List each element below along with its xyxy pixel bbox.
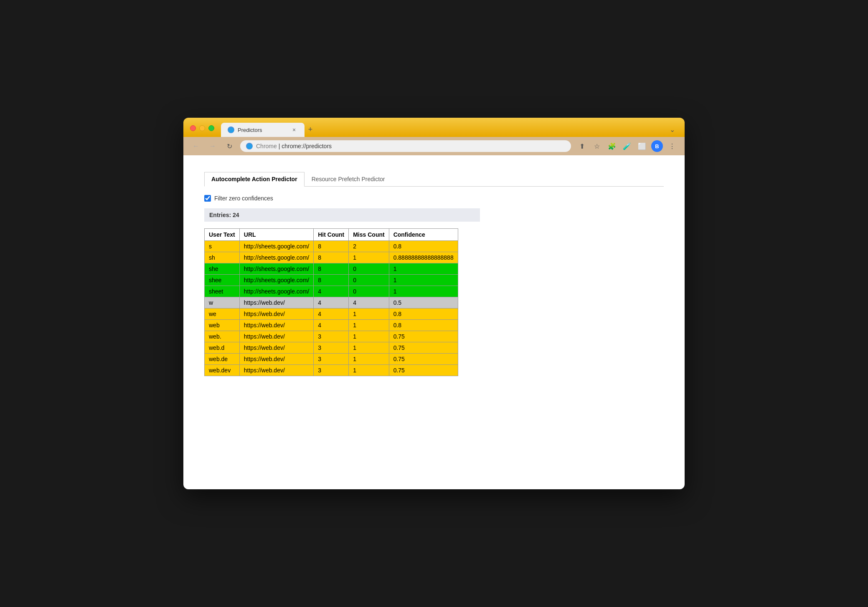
cell-user-text: web (205, 320, 240, 331)
cell-confidence: 1 (389, 275, 458, 286)
tab-favicon-icon: 🌐 (228, 126, 234, 133)
cell-user-text: web. (205, 331, 240, 342)
table-row: wehttps://web.dev/410.8 (205, 309, 458, 320)
table-row: web.dhttps://web.dev/310.75 (205, 342, 458, 354)
back-button[interactable]: ← (190, 140, 202, 152)
table-row: whttps://web.dev/440.5 (205, 297, 458, 309)
traffic-lights (190, 125, 214, 137)
cell-miss-count: 0 (349, 263, 389, 275)
address-input[interactable]: 🌐 Chrome | chrome://predictors (240, 140, 571, 152)
tab-title: Predictors (238, 127, 287, 133)
cell-miss-count: 1 (349, 309, 389, 320)
cell-confidence: 0.75 (389, 342, 458, 354)
extensions-icon[interactable]: 🧩 (606, 140, 618, 152)
maximize-button[interactable] (208, 125, 214, 131)
cell-confidence: 1 (389, 286, 458, 297)
cell-url: https://web.dev/ (239, 331, 313, 342)
browser-window: 🌐 Predictors × + ⌄ ← → ↻ 🌐 Chrome | chro… (183, 118, 685, 489)
tab-close-button[interactable]: × (290, 126, 298, 134)
table-row: shttp://sheets.google.com/820.8 (205, 241, 458, 252)
filter-zero-confidences-checkbox[interactable] (204, 195, 211, 202)
cell-hit-count: 4 (314, 309, 349, 320)
bookmark-icon[interactable]: ☆ (591, 140, 603, 152)
cell-confidence: 0.75 (389, 354, 458, 365)
entries-bar: Entries: 24 (204, 208, 480, 222)
col-header-user-text: User Text (205, 229, 240, 241)
cell-user-text: web.d (205, 342, 240, 354)
cell-url: http://sheets.google.com/ (239, 263, 313, 275)
cell-miss-count: 0 (349, 275, 389, 286)
address-brand-text: Chrome | chrome://predictors (256, 143, 332, 149)
reload-button[interactable]: ↻ (223, 140, 235, 152)
cell-hit-count: 8 (314, 275, 349, 286)
cell-hit-count: 4 (314, 297, 349, 309)
cell-user-text: web.dev (205, 365, 240, 376)
cell-confidence: 1 (389, 263, 458, 275)
tab-autocomplete[interactable]: Autocomplete Action Predictor (204, 172, 305, 187)
cell-user-text: s (205, 241, 240, 252)
address-favicon-icon: 🌐 (246, 143, 253, 149)
cell-user-text: web.de (205, 354, 240, 365)
cell-miss-count: 4 (349, 297, 389, 309)
cell-url: https://web.dev/ (239, 297, 313, 309)
new-tab-button[interactable]: + (305, 124, 316, 135)
filter-label[interactable]: Filter zero confidences (214, 195, 273, 202)
cell-url: https://web.dev/ (239, 320, 313, 331)
cell-miss-count: 1 (349, 342, 389, 354)
cell-url: https://web.dev/ (239, 365, 313, 376)
share-icon[interactable]: ⬆ (576, 140, 588, 152)
browser-tab[interactable]: 🌐 Predictors × (221, 123, 305, 137)
split-view-icon[interactable]: ⬜ (636, 140, 648, 152)
minimize-button[interactable] (199, 125, 205, 131)
cell-hit-count: 8 (314, 241, 349, 252)
toolbar-icons: ⬆ ☆ 🧩 🧪 ⬜ B ⋮ (576, 140, 678, 152)
cell-url: http://sheets.google.com/ (239, 286, 313, 297)
cell-hit-count: 8 (314, 252, 349, 263)
labs-icon[interactable]: 🧪 (621, 140, 633, 152)
filter-row: Filter zero confidences (204, 195, 664, 202)
cell-confidence: 0.75 (389, 365, 458, 376)
predictor-tabs: Autocomplete Action Predictor Resource P… (204, 172, 664, 187)
cell-hit-count: 3 (314, 354, 349, 365)
cell-url: http://sheets.google.com/ (239, 275, 313, 286)
cell-confidence: 0.8 (389, 241, 458, 252)
tab-resource-prefetch[interactable]: Resource Prefetch Predictor (305, 172, 392, 186)
close-button[interactable] (190, 125, 196, 131)
cell-hit-count: 8 (314, 263, 349, 275)
table-row: web.devhttps://web.dev/310.75 (205, 365, 458, 376)
tabs-row: 🌐 Predictors × + ⌄ (218, 123, 678, 137)
cell-url: https://web.dev/ (239, 342, 313, 354)
cell-hit-count: 3 (314, 331, 349, 342)
table-row: sheethttp://sheets.google.com/401 (205, 286, 458, 297)
cell-user-text: sheet (205, 286, 240, 297)
cell-miss-count: 2 (349, 241, 389, 252)
entries-count: Entries: 24 (209, 212, 239, 218)
table-row: sheehttp://sheets.google.com/801 (205, 275, 458, 286)
cell-url: https://web.dev/ (239, 309, 313, 320)
cell-confidence: 0.75 (389, 331, 458, 342)
col-header-confidence: Confidence (389, 229, 458, 241)
table-row: shehttp://sheets.google.com/801 (205, 263, 458, 275)
cell-user-text: w (205, 297, 240, 309)
cell-user-text: sh (205, 252, 240, 263)
cell-miss-count: 1 (349, 354, 389, 365)
cell-hit-count: 3 (314, 342, 349, 354)
cell-miss-count: 1 (349, 252, 389, 263)
menu-icon[interactable]: ⋮ (666, 140, 678, 152)
col-header-hit-count: Hit Count (314, 229, 349, 241)
cell-hit-count: 4 (314, 286, 349, 297)
table-header: User Text URL Hit Count Miss Count Confi… (205, 229, 458, 241)
forward-button[interactable]: → (207, 140, 218, 152)
cell-user-text: shee (205, 275, 240, 286)
cell-confidence: 0.8 (389, 320, 458, 331)
tabs-chevron-button[interactable]: ⌄ (666, 124, 678, 135)
profile-button[interactable]: B (651, 140, 663, 152)
cell-hit-count: 3 (314, 365, 349, 376)
cell-miss-count: 1 (349, 331, 389, 342)
cell-miss-count: 1 (349, 320, 389, 331)
cell-miss-count: 1 (349, 365, 389, 376)
page-content: Autocomplete Action Predictor Resource P… (183, 155, 685, 489)
predictors-table: User Text URL Hit Count Miss Count Confi… (204, 228, 458, 376)
table-row: web.dehttps://web.dev/310.75 (205, 354, 458, 365)
address-bar: ← → ↻ 🌐 Chrome | chrome://predictors ⬆ ☆… (183, 137, 685, 155)
